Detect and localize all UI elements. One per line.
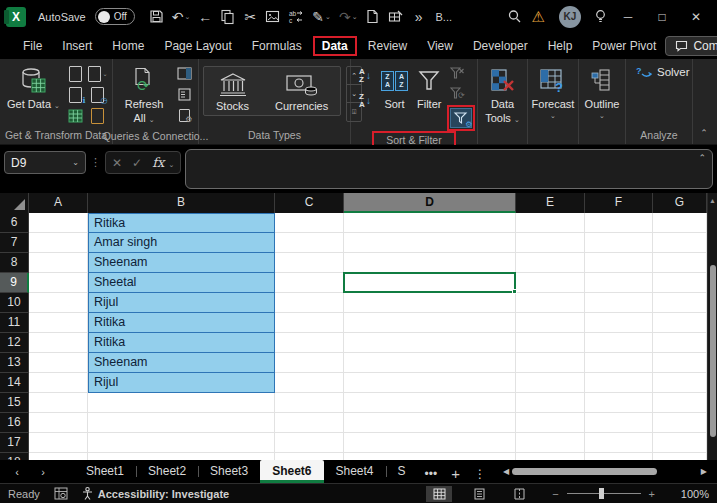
undo-dropdown-chevron-icon[interactable]: ⌄: [184, 13, 190, 21]
cell-C9[interactable]: [275, 273, 344, 293]
advanced-filter-button[interactable]: ⚙: [450, 108, 472, 128]
from-text-csv-icon[interactable]: [66, 64, 86, 83]
cell-A8[interactable]: [29, 253, 88, 273]
cell-F16[interactable]: [585, 413, 653, 433]
back-arrow-icon[interactable]: ←: [196, 6, 214, 28]
close-button[interactable]: ✕: [681, 4, 711, 30]
row-header-11[interactable]: 11: [0, 313, 29, 333]
ink-dropdown-chevron-icon[interactable]: ⌄: [325, 13, 331, 21]
cell-C13[interactable]: [275, 353, 344, 373]
cell-E7[interactable]: [516, 233, 585, 253]
tab-review[interactable]: Review: [359, 36, 416, 56]
cell-D8[interactable]: [344, 253, 516, 273]
cell-E9[interactable]: [516, 273, 585, 293]
name-box-chevron-icon[interactable]: ⌄: [72, 158, 79, 167]
cell-G16[interactable]: [653, 413, 707, 433]
cell-A17[interactable]: [29, 433, 88, 453]
lightbulb-icon[interactable]: [591, 6, 609, 28]
row-header-18[interactable]: 18: [0, 453, 29, 460]
cell-D15[interactable]: [344, 393, 516, 413]
cell-D11[interactable]: [344, 313, 516, 333]
cell-F8[interactable]: [585, 253, 653, 273]
data-tools-button[interactable]: Data Tools ⌄: [482, 64, 523, 128]
vertical-scrollbar-thumb[interactable]: [710, 265, 716, 437]
row-header-12[interactable]: 12: [0, 333, 29, 353]
sheet-menu-icon[interactable]: ⋮: [467, 463, 493, 481]
collapse-ribbon-chevron-icon[interactable]: ⌃: [693, 59, 715, 144]
cell-G8[interactable]: [653, 253, 707, 273]
confirm-entry-icon[interactable]: ✓: [132, 156, 142, 170]
cell-F18[interactable]: [585, 453, 653, 460]
reapply-filter-button[interactable]: ⟳: [447, 84, 467, 103]
cell-G10[interactable]: [653, 293, 707, 313]
cell-B15[interactable]: [88, 393, 275, 413]
row-header-8[interactable]: 8: [0, 253, 29, 273]
cell-A9[interactable]: [29, 273, 88, 293]
column-header-A[interactable]: A: [29, 193, 88, 213]
cell-E10[interactable]: [516, 293, 585, 313]
minimize-button[interactable]: ─: [613, 4, 643, 30]
cell-A12[interactable]: [29, 333, 88, 353]
cell-C17[interactable]: [275, 433, 344, 453]
cell-D6[interactable]: [344, 213, 516, 233]
stocks-data-type[interactable]: Stocks: [208, 69, 257, 113]
normal-view-button[interactable]: [426, 486, 452, 502]
solver-button[interactable]: ? Solver: [630, 61, 696, 82]
cell-E16[interactable]: [516, 413, 585, 433]
column-header-D[interactable]: D: [344, 193, 516, 213]
tab-developer[interactable]: Developer: [464, 36, 537, 56]
expand-formula-bar-icon[interactable]: ⌃: [698, 153, 706, 163]
refresh-all-button[interactable]: ⟳ Refresh All ⌄: [117, 64, 171, 128]
column-header-C[interactable]: C: [275, 193, 344, 213]
cancel-entry-icon[interactable]: ✕: [112, 156, 122, 170]
zoom-level[interactable]: 100%: [675, 488, 709, 500]
cell-C10[interactable]: [275, 293, 344, 313]
cell-D7[interactable]: [344, 233, 516, 253]
sheet-tab-sheet1[interactable]: Sheet1: [74, 460, 136, 483]
cell-C6[interactable]: [275, 213, 344, 233]
cell-F15[interactable]: [585, 393, 653, 413]
zoom-out-button[interactable]: −: [552, 488, 558, 500]
cell-F6[interactable]: [585, 213, 653, 233]
search-icon[interactable]: [505, 6, 524, 28]
cell-G12[interactable]: [653, 333, 707, 353]
scroll-up-icon[interactable]: ▲: [708, 193, 717, 207]
cell-G7[interactable]: [653, 233, 707, 253]
forecast-button[interactable]: ? Forecast ⌄: [529, 64, 578, 123]
tab-home[interactable]: Home: [103, 36, 153, 56]
clear-filter-button[interactable]: [447, 64, 467, 83]
cell-D17[interactable]: [344, 433, 516, 453]
tab-insert[interactable]: Insert: [53, 36, 101, 56]
filter-button[interactable]: Filter: [414, 64, 444, 114]
undo-button[interactable]: ↶⌄: [170, 6, 193, 28]
cell-E17[interactable]: [516, 433, 585, 453]
more-sheets-indicator[interactable]: •••: [418, 463, 445, 481]
comments-button[interactable]: Comments: [665, 36, 717, 56]
existing-connections-icon[interactable]: ◷: [88, 85, 108, 104]
cell-D12[interactable]: [344, 333, 516, 353]
cell-E15[interactable]: [516, 393, 585, 413]
from-web-icon[interactable]: ⌄: [88, 64, 108, 83]
vertical-scrollbar[interactable]: ▲: [707, 193, 717, 460]
tab-power-pivot[interactable]: Power Pivot: [583, 36, 665, 56]
cell-E18[interactable]: [516, 453, 585, 460]
redo-dropdown-chevron-icon[interactable]: ⌄: [352, 13, 358, 21]
avatar[interactable]: KJ: [559, 6, 581, 28]
cell-G17[interactable]: [653, 433, 707, 453]
warning-icon[interactable]: ⚠: [532, 8, 545, 26]
replace-icon[interactable]: abc: [286, 6, 306, 28]
column-header-B[interactable]: B: [88, 193, 275, 213]
from-table-range-icon[interactable]: [66, 106, 86, 125]
recent-sources-icon[interactable]: ℹ: [66, 85, 86, 104]
ink-pen-icon[interactable]: ✎⌄: [310, 6, 333, 28]
zoom-in-button[interactable]: +: [649, 488, 655, 500]
cell-C14[interactable]: [275, 373, 344, 393]
cell-B8[interactable]: Sheenam: [88, 253, 275, 273]
draw-table-icon[interactable]: [386, 6, 406, 28]
row-header-9[interactable]: 9: [0, 273, 29, 293]
qat-overflow-chevron[interactable]: »: [410, 6, 428, 28]
sheet-nav-next-icon[interactable]: ›: [30, 466, 56, 478]
cell-F12[interactable]: [585, 333, 653, 353]
fill-handle[interactable]: [512, 289, 517, 294]
queries-connections-icon[interactable]: [174, 64, 194, 83]
